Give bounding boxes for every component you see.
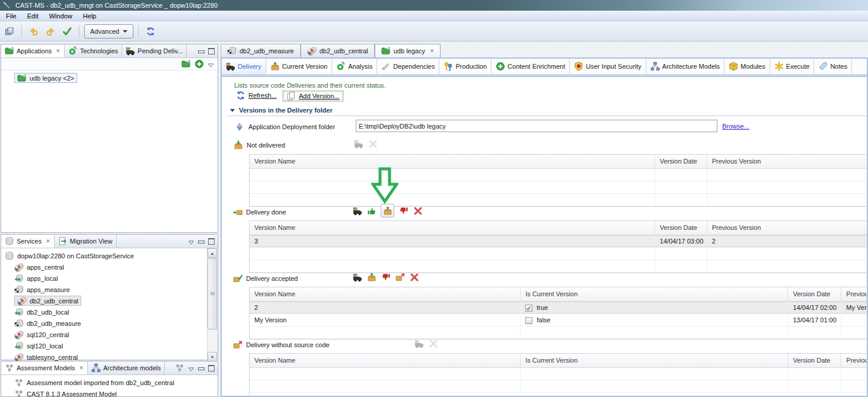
tab-assessment-models[interactable]: Assessment Models✕ <box>1 361 88 374</box>
tree-item-apps-measure[interactable]: apps_measure <box>1 284 218 295</box>
tab-notes[interactable]: Notes <box>814 59 852 74</box>
scrollbar-thumb[interactable] <box>208 258 217 329</box>
tree-item-cast-8-1-3-assessment-model[interactable]: CAST 8.1.3 Assessment Model <box>1 388 218 397</box>
minimize-icon[interactable] <box>198 50 205 53</box>
versions-section-header[interactable]: Versions in the Delivery folder <box>230 107 333 114</box>
column-header-is-current-version[interactable]: Is Current Version <box>521 354 788 367</box>
table-row[interactable] <box>250 248 867 260</box>
refresh-link[interactable]: Refresh... <box>236 91 277 100</box>
column-header-previous-version[interactable]: Previous Version <box>707 221 867 235</box>
tab-technologies[interactable]: Technologies <box>65 44 122 57</box>
reject-delivery-button[interactable] <box>398 206 409 216</box>
table-row[interactable] <box>250 380 867 393</box>
maximize-icon[interactable] <box>208 365 215 372</box>
tab-production[interactable]: Production <box>439 59 492 74</box>
delete-version-button[interactable] <box>368 139 378 149</box>
table-row[interactable] <box>250 194 867 206</box>
column-header-previous-version[interactable]: Previous Version <box>841 354 867 367</box>
close-icon[interactable]: ✕ <box>46 238 50 244</box>
column-header-version-name[interactable]: Version Name <box>250 155 655 168</box>
column-header-version-date[interactable]: Version Date <box>788 287 841 301</box>
scroll-down-icon[interactable]: ▼ <box>208 352 217 361</box>
table-row[interactable] <box>250 393 867 396</box>
tree-item-apps-local[interactable]: apps_local <box>1 273 218 284</box>
tree-item-udb-legacy-2[interactable]: udb legacy <2> <box>1 72 218 84</box>
column-header-version-date[interactable]: Version Date <box>655 221 707 235</box>
validate-button[interactable] <box>60 24 74 39</box>
tree-item-sql120-central[interactable]: sql120_central <box>1 329 218 340</box>
maximize-icon[interactable] <box>208 48 215 55</box>
minimize-icon[interactable] <box>198 367 205 370</box>
tab-delivery[interactable]: Delivery <box>222 59 266 74</box>
tab-pending-deliv[interactable]: Pending Deliv... <box>122 44 187 57</box>
table-row[interactable] <box>250 326 867 339</box>
tab-db2-udb-central[interactable]: db2_udb_central <box>301 44 375 57</box>
tab-dependencies[interactable]: Dependencies <box>377 59 439 74</box>
menu-window[interactable]: Window <box>44 12 77 20</box>
table-row[interactable] <box>250 368 867 380</box>
view-menu-icon[interactable] <box>188 239 194 244</box>
reject-delivery-button[interactable] <box>381 272 391 282</box>
redo-button[interactable] <box>43 24 58 39</box>
deliver-version-button[interactable] <box>414 338 424 348</box>
tree-item-tablesyno-central[interactable]: tablesyno_central <box>1 351 218 361</box>
new-application-button[interactable] <box>181 59 191 69</box>
column-header-previous-version[interactable]: Previous Version <box>841 287 867 301</box>
delete-version-button[interactable] <box>409 272 419 282</box>
deliver-version-button[interactable] <box>352 272 362 282</box>
save-all-button[interactable] <box>2 24 17 39</box>
tree-item-apps-central[interactable]: apps_central <box>1 261 218 273</box>
table-row[interactable]: My Versionfalse13/04/17 01:00 <box>250 314 867 326</box>
menu-help[interactable]: Help <box>78 12 101 20</box>
view-menu-icon[interactable] <box>208 62 214 66</box>
delete-version-button[interactable] <box>428 338 438 348</box>
deployment-folder-input[interactable] <box>356 120 717 132</box>
table-row[interactable]: 2✓true14/04/17 02:00My Version <box>250 302 867 314</box>
deliver-version-button[interactable] <box>352 206 362 216</box>
tab-analysis[interactable]: Analysis <box>332 59 377 74</box>
deliver-version-button[interactable] <box>353 139 363 149</box>
tab-architecture-models[interactable]: Architecture Models <box>646 59 725 74</box>
tree-item-db2-udb-measure[interactable]: db2_udb_measure <box>1 318 218 329</box>
view-menu-icon[interactable] <box>188 366 194 370</box>
tab-architecture-models[interactable]: Architecture models <box>88 361 165 374</box>
column-header-version-name[interactable]: Version Name <box>250 287 521 301</box>
add-version-button[interactable]: Add Version... <box>282 90 344 102</box>
checkbox-unchecked[interactable] <box>525 317 532 324</box>
tab-services[interactable]: Services✕ <box>1 235 55 248</box>
set-current-version-button[interactable] <box>381 204 394 217</box>
tab-applications[interactable]: Applications✕ <box>1 44 65 57</box>
close-icon[interactable]: ✕ <box>79 365 84 371</box>
tab-content-enrichment[interactable]: Content Enrichment <box>492 59 570 74</box>
tab-user-input-security[interactable]: User Input Security <box>570 59 646 74</box>
tree-item-db2-udb-local[interactable]: db2_udb_local <box>1 306 218 318</box>
tab-udb-legacy[interactable]: udb legacy✕ <box>375 44 441 57</box>
refresh-button[interactable] <box>143 24 158 39</box>
tab-db2-udb-measure[interactable]: db2_udb_measure <box>221 44 301 57</box>
column-header-version-date[interactable]: Version Date <box>655 155 707 168</box>
scrollbar[interactable]: ▲ ▼ <box>207 248 218 361</box>
tree-item-assessment-model-imported-from-db2-udb-central[interactable]: Assessment model imported from db2_udb_c… <box>1 377 218 388</box>
browse-link[interactable]: Browse... <box>722 123 749 130</box>
tab-execute[interactable]: Execute <box>770 59 815 74</box>
tree-item-sql120-local[interactable]: sql120_local <box>1 340 218 351</box>
tree-item-db2-udb-central[interactable]: db2_udb_central <box>1 295 218 306</box>
table-row[interactable] <box>250 260 867 273</box>
column-header-is-current-version[interactable]: Is Current Version <box>521 287 788 301</box>
tab-current-version[interactable]: Current Version <box>266 59 332 74</box>
table-row[interactable] <box>250 181 867 194</box>
checkbox-checked[interactable]: ✓ <box>525 305 532 312</box>
scroll-up-icon[interactable]: ▲ <box>208 248 217 258</box>
accept-delivery-button[interactable] <box>366 206 376 216</box>
close-icon[interactable]: ✕ <box>56 48 60 54</box>
tree-item-dopw10lap-2280-on-caststorageservice[interactable]: dopw10lap:2280 on CastStorageService <box>1 250 218 261</box>
menu-file[interactable]: File <box>1 12 21 20</box>
add-button[interactable] <box>194 59 204 69</box>
column-header-version-name[interactable]: Version Name <box>250 354 521 367</box>
tab-modules[interactable]: Modules <box>725 59 770 74</box>
undo-button[interactable] <box>27 24 41 39</box>
advanced-dropdown[interactable]: Advanced <box>84 24 133 39</box>
minimize-icon[interactable] <box>198 241 205 244</box>
tab-migration-view[interactable]: Migration View <box>55 235 117 248</box>
column-header-version-date[interactable]: Version Date <box>788 354 841 367</box>
